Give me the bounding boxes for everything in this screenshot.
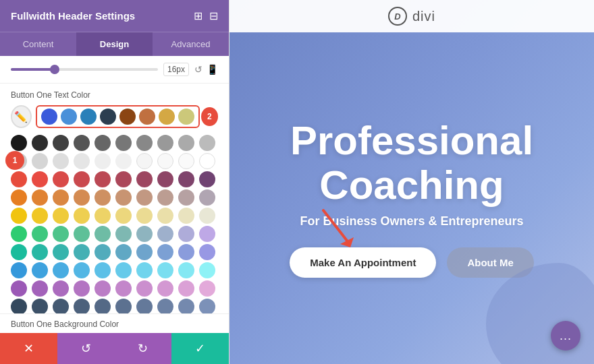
palette-color[interactable]	[178, 226, 194, 242]
palette-color[interactable]	[115, 244, 132, 260]
palette-color[interactable]	[74, 189, 90, 206]
palette-color[interactable]	[157, 208, 173, 224]
palette-color[interactable]	[94, 244, 111, 260]
make-appointment-button[interactable]: Make An Appointment	[290, 247, 436, 278]
palette-color[interactable]	[94, 280, 111, 297]
palette-color[interactable]	[32, 299, 48, 313]
palette-color[interactable]	[199, 226, 215, 242]
recent-color-8[interactable]	[178, 109, 194, 125]
palette-color[interactable]	[199, 244, 215, 260]
palette-color[interactable]	[157, 244, 173, 260]
palette-color[interactable]	[11, 226, 27, 242]
palette-color[interactable]	[115, 135, 132, 151]
palette-color[interactable]	[157, 226, 173, 242]
palette-color[interactable]	[53, 171, 69, 187]
palette-color[interactable]	[11, 135, 27, 151]
palette-color[interactable]	[199, 135, 215, 151]
undo-button[interactable]: ↺	[57, 333, 115, 364]
palette-color[interactable]	[115, 153, 132, 169]
palette-color[interactable]	[94, 189, 111, 206]
palette-color[interactable]	[178, 189, 194, 206]
palette-color[interactable]	[74, 135, 90, 151]
palette-color[interactable]	[11, 244, 27, 260]
tab-design[interactable]: Design	[76, 32, 153, 56]
recent-color-6[interactable]	[139, 109, 155, 125]
palette-color[interactable]	[11, 171, 27, 187]
responsive-icon[interactable]: 📱	[207, 64, 218, 75]
palette-color[interactable]	[94, 153, 111, 169]
palette-color[interactable]	[178, 244, 194, 260]
palette-color[interactable]	[32, 153, 48, 169]
palette-color[interactable]	[74, 153, 90, 169]
palette-color[interactable]	[53, 280, 69, 297]
palette-color[interactable]	[32, 280, 48, 297]
redo-button[interactable]: ↻	[115, 333, 172, 364]
palette-color[interactable]	[157, 280, 173, 297]
palette-color[interactable]	[115, 280, 132, 297]
palette-color[interactable]	[74, 244, 90, 260]
palette-color[interactable]	[157, 262, 173, 278]
recent-color-1[interactable]	[41, 109, 57, 125]
tab-content[interactable]: Content	[0, 32, 76, 56]
palette-color[interactable]	[94, 262, 111, 278]
palette-color[interactable]	[157, 135, 173, 151]
palette-color[interactable]	[32, 226, 48, 242]
palette-color[interactable]	[178, 299, 194, 313]
palette-color[interactable]	[94, 208, 111, 224]
palette-color[interactable]	[199, 299, 215, 313]
palette-color[interactable]	[157, 299, 173, 313]
palette-color[interactable]	[32, 189, 48, 206]
palette-color[interactable]	[178, 153, 194, 169]
palette-color[interactable]	[178, 135, 194, 151]
reset-icon[interactable]: ↺	[194, 64, 202, 75]
palette-color[interactable]	[53, 262, 69, 278]
palette-color[interactable]	[11, 280, 27, 297]
window-icon[interactable]: ⊞	[194, 9, 202, 22]
palette-color[interactable]	[115, 226, 132, 242]
palette-color[interactable]	[94, 135, 111, 151]
palette-color[interactable]	[32, 171, 48, 187]
palette-color[interactable]	[11, 299, 27, 313]
palette-color[interactable]	[32, 208, 48, 224]
palette-color[interactable]	[157, 171, 173, 187]
palette-color[interactable]	[136, 189, 153, 206]
palette-color[interactable]	[115, 208, 132, 224]
palette-color[interactable]	[136, 262, 153, 278]
palette-color[interactable]	[53, 226, 69, 242]
palette-color[interactable]	[53, 299, 69, 313]
recent-color-3[interactable]	[80, 109, 97, 125]
palette-color[interactable]	[199, 262, 215, 278]
palette-color[interactable]	[136, 135, 153, 151]
palette-color[interactable]	[32, 244, 48, 260]
palette-color[interactable]	[136, 171, 153, 187]
palette-color[interactable]	[94, 226, 111, 242]
palette-color[interactable]	[136, 299, 153, 313]
palette-color[interactable]	[136, 208, 153, 224]
palette-color[interactable]	[53, 189, 69, 206]
palette-color[interactable]	[53, 135, 69, 151]
palette-color[interactable]	[11, 262, 27, 278]
palette-color[interactable]	[136, 153, 153, 169]
palette-color[interactable]	[199, 189, 215, 206]
palette-color[interactable]	[11, 189, 27, 206]
recent-color-4[interactable]	[100, 109, 116, 125]
palette-color[interactable]	[11, 208, 27, 224]
recent-color-2[interactable]	[61, 109, 77, 125]
tab-advanced[interactable]: Advanced	[153, 32, 229, 56]
palette-color[interactable]	[94, 299, 111, 313]
palette-color[interactable]	[178, 208, 194, 224]
palette-color[interactable]	[115, 171, 132, 187]
palette-color[interactable]	[199, 280, 215, 297]
palette-color[interactable]	[115, 262, 132, 278]
palette-color[interactable]	[74, 171, 90, 187]
palette-color[interactable]	[53, 208, 69, 224]
fab-button[interactable]: ...	[551, 321, 580, 351]
palette-color[interactable]	[199, 153, 215, 169]
palette-color[interactable]	[157, 153, 173, 169]
close-icon[interactable]: ⊟	[209, 9, 218, 22]
palette-color[interactable]	[32, 135, 48, 151]
slider-value[interactable]: 16px	[163, 63, 189, 76]
recent-color-7[interactable]	[159, 109, 175, 125]
cancel-button[interactable]: ✕	[0, 333, 57, 364]
slider-track[interactable]	[11, 68, 158, 71]
